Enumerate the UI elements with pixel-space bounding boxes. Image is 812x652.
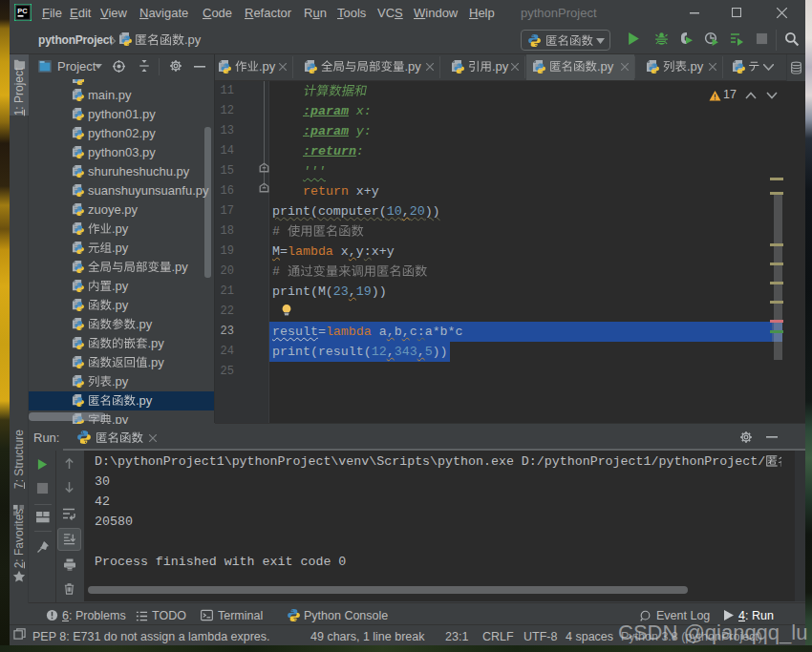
svg-text:PC: PC <box>17 7 28 15</box>
